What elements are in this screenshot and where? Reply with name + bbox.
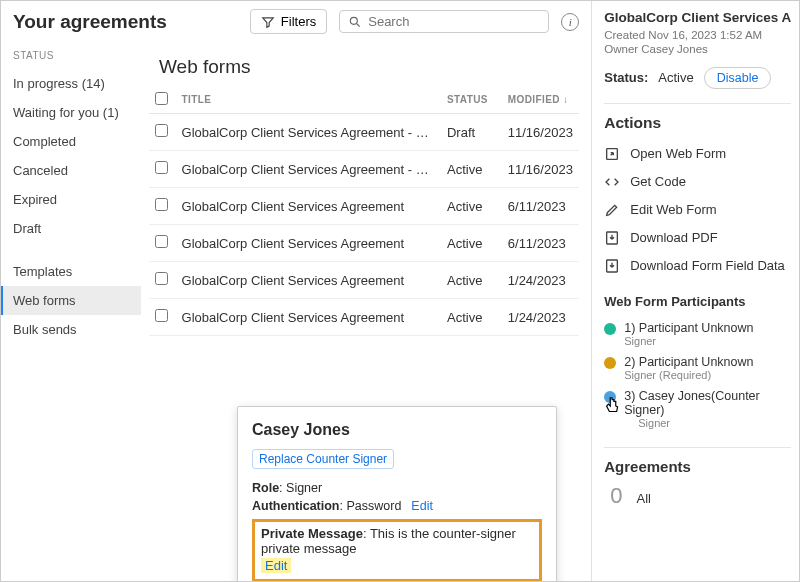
private-message-box: Private Message: This is the counter-sig…: [252, 519, 542, 581]
agreements-heading: Agreements: [604, 458, 791, 475]
table-row[interactable]: GlobalCorp Client Services Agreement - F…: [149, 151, 579, 188]
table-row[interactable]: GlobalCorp Client Services AgreementActi…: [149, 188, 579, 225]
status-heading: STATUS: [1, 50, 141, 69]
sidebar-item-templates[interactable]: Templates: [1, 257, 141, 286]
agreements-count: 0: [604, 483, 622, 509]
participant-dot-icon: [604, 357, 616, 369]
agreements-all[interactable]: All: [636, 491, 650, 506]
participant-role: Signer (Required): [624, 369, 753, 381]
download-icon: [604, 258, 620, 274]
row-checkbox[interactable]: [155, 198, 168, 211]
action-get-code[interactable]: Get Code: [604, 168, 791, 196]
replace-counter-signer-link[interactable]: Replace Counter Signer: [252, 449, 394, 469]
row-checkbox[interactable]: [155, 161, 168, 174]
table-row[interactable]: GlobalCorp Client Services Agreement - D…: [149, 114, 579, 151]
status-label: Status:: [604, 70, 648, 85]
filters-label: Filters: [281, 14, 316, 29]
details-title: GlobalCorp Client Services Agreement: [604, 9, 791, 27]
participant-name: 2) Participant Unknown: [624, 355, 753, 369]
section-title: Web forms: [149, 38, 579, 86]
agreements-table: TITLE STATUS MODIFIED ↓ GlobalCorp Clien…: [149, 86, 579, 336]
filter-icon: [261, 15, 275, 29]
select-all-checkbox[interactable]: [155, 92, 168, 105]
search-input[interactable]: [368, 14, 540, 29]
participant-dot-icon: [604, 323, 616, 335]
auth-value: Password: [346, 499, 401, 513]
participant-name: 3) Casey Jones(Counter Signer): [624, 389, 791, 417]
participant-role: Signer: [624, 417, 791, 429]
action-download-pdf[interactable]: Download PDF: [604, 224, 791, 252]
page-title: Your agreements: [13, 11, 167, 33]
action-label: Download PDF: [630, 230, 717, 245]
svg-point-0: [351, 17, 358, 24]
table-row[interactable]: GlobalCorp Client Services AgreementActi…: [149, 225, 579, 262]
participant-row[interactable]: 2) Participant UnknownSigner (Required): [604, 351, 791, 385]
col-status[interactable]: STATUS: [441, 86, 502, 114]
participants-heading: Web Form Participants: [604, 294, 791, 309]
participant-row[interactable]: 1) Participant UnknownSigner: [604, 317, 791, 351]
sidebar-item-waiting[interactable]: Waiting for you (1): [1, 98, 141, 127]
code-icon: [604, 174, 620, 190]
participant-role: Signer: [624, 335, 753, 347]
action-edit-web-form[interactable]: Edit Web Form: [604, 196, 791, 224]
status-value: Active: [658, 70, 693, 85]
row-checkbox[interactable]: [155, 235, 168, 248]
popover-name: Casey Jones: [252, 421, 542, 439]
row-checkbox[interactable]: [155, 272, 168, 285]
download-icon: [604, 230, 620, 246]
actions-heading: Actions: [604, 114, 791, 132]
participant-name: 1) Participant Unknown: [624, 321, 753, 335]
role-value: Signer: [286, 481, 322, 495]
row-checkbox[interactable]: [155, 124, 168, 137]
action-download-field-data[interactable]: Download Form Field Data: [604, 252, 791, 280]
search-icon: [348, 15, 362, 29]
details-created: Created Nov 16, 2023 1:52 AM: [604, 29, 791, 41]
participant-dot-icon: [604, 391, 616, 403]
sidebar-item-in-progress[interactable]: In progress (14): [1, 69, 141, 98]
pm-label: Private Message: [261, 526, 363, 541]
col-title[interactable]: TITLE: [176, 86, 441, 114]
auth-edit-link[interactable]: Edit: [411, 499, 433, 513]
sidebar-item-completed[interactable]: Completed: [1, 127, 141, 156]
sidebar-item-expired[interactable]: Expired: [1, 185, 141, 214]
sidebar-item-web-forms[interactable]: Web forms: [1, 286, 141, 315]
action-label: Download Form Field Data: [630, 258, 785, 273]
sidebar-item-draft[interactable]: Draft: [1, 214, 141, 243]
col-modified[interactable]: MODIFIED ↓: [502, 86, 579, 114]
participant-popover: Casey Jones Replace Counter Signer Role:…: [237, 406, 557, 581]
sidebar-item-canceled[interactable]: Canceled: [1, 156, 141, 185]
auth-label: Authentication: [252, 499, 340, 513]
action-open-web-form[interactable]: Open Web Form: [604, 140, 791, 168]
search-field[interactable]: [339, 10, 549, 33]
sort-desc-icon: ↓: [563, 94, 568, 105]
table-row[interactable]: GlobalCorp Client Services AgreementActi…: [149, 262, 579, 299]
table-row[interactable]: GlobalCorp Client Services AgreementActi…: [149, 299, 579, 336]
info-icon[interactable]: i: [561, 13, 579, 31]
action-label: Edit Web Form: [630, 202, 716, 217]
disable-button[interactable]: Disable: [704, 67, 772, 89]
action-label: Get Code: [630, 174, 686, 189]
filters-button[interactable]: Filters: [250, 9, 327, 34]
sidebar-item-bulk-sends[interactable]: Bulk sends: [1, 315, 141, 344]
edit-icon: [604, 202, 620, 218]
row-checkbox[interactable]: [155, 309, 168, 322]
pm-edit-link[interactable]: Edit: [261, 558, 291, 573]
details-owner: Owner Casey Jones: [604, 43, 791, 55]
role-label: Role: [252, 481, 279, 495]
action-label: Open Web Form: [630, 146, 726, 161]
open-icon: [604, 146, 620, 162]
participant-row[interactable]: 3) Casey Jones(Counter Signer)Signer: [604, 385, 791, 433]
